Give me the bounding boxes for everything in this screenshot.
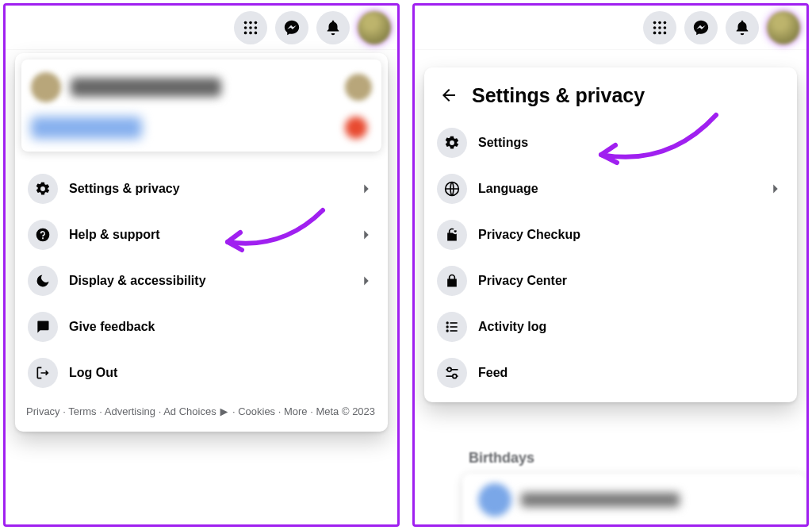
avatar-icon[interactable] [358,11,391,44]
svg-point-14 [658,26,661,29]
gear-icon [437,128,467,158]
menu-label: Privacy Center [478,274,784,288]
menu-label: Give feedback [69,320,375,334]
chevron-right-icon [358,180,375,198]
apps-icon[interactable] [643,11,676,44]
svg-point-13 [653,26,657,29]
footer-link[interactable]: More [284,405,308,417]
back-arrow-icon[interactable] [437,83,461,107]
svg-point-8 [255,31,258,34]
menu-label: Log Out [69,366,375,380]
question-icon [28,220,58,250]
menu-item-display[interactable]: Display & accessibility [21,258,381,304]
svg-point-6 [244,31,247,34]
menu-label: Activity log [478,320,784,334]
feedback-icon [28,312,58,342]
footer-link[interactable]: Advertising [105,405,155,417]
menu-item-logout[interactable]: Log Out [21,350,381,396]
account-menu-panel: Settings & privacy Help & support Displa… [3,3,400,527]
svg-point-4 [249,26,252,29]
svg-rect-26 [450,330,458,332]
svg-point-9 [36,229,50,242]
svg-point-16 [653,31,657,34]
svg-point-30 [453,374,457,378]
menu-label: Help & support [69,228,347,242]
lock-heart-icon [437,220,467,250]
submenu-header: Settings & privacy [431,74,791,120]
menu-item-feedback[interactable]: Give feedback [21,304,381,350]
svg-point-17 [658,31,661,34]
topbar [415,6,806,50]
apps-icon[interactable] [234,11,267,44]
svg-point-7 [249,31,252,34]
svg-point-18 [664,31,667,34]
menu-item-privacy-checkup[interactable]: Privacy Checkup [431,212,791,258]
footer-link[interactable]: Ad Choices [163,405,216,417]
menu-item-language[interactable]: Language [431,166,791,212]
menu-item-settings-privacy[interactable]: Settings & privacy [21,166,381,212]
topbar [6,6,397,50]
svg-point-5 [255,26,258,29]
svg-rect-24 [450,326,458,328]
avatar-icon[interactable] [767,11,800,44]
messenger-icon[interactable] [684,11,718,44]
menu-item-feed[interactable]: Feed [431,350,791,396]
svg-point-10 [653,21,657,24]
menu-item-privacy-center[interactable]: Privacy Center [431,258,791,304]
chevron-right-icon [358,226,375,244]
adchoices-icon [219,404,229,421]
menu-item-settings[interactable]: Settings [431,120,791,166]
moon-icon [28,266,58,296]
submenu-title: Settings & privacy [472,84,645,107]
background-label: Birthdays [469,450,534,467]
footer-link[interactable]: Cookies [238,405,275,417]
messenger-icon[interactable] [275,11,308,44]
svg-point-25 [446,329,449,332]
svg-point-28 [447,367,451,371]
menu-item-activity-log[interactable]: Activity log [431,304,791,350]
globe-icon [437,174,467,204]
svg-point-1 [249,21,252,24]
footer-link[interactable]: Terms [68,405,96,417]
notification-dot [345,117,367,139]
svg-point-0 [244,21,247,24]
chevron-right-icon [358,272,375,290]
menu-label: Settings & privacy [69,182,347,196]
svg-point-15 [664,26,667,29]
chevron-right-icon [767,180,784,198]
profile-name-blurred [71,78,221,97]
bell-icon[interactable] [316,11,350,44]
profile-card[interactable] [21,60,381,152]
account-dropdown: Settings & privacy Help & support Displa… [15,53,388,432]
svg-rect-22 [450,322,458,324]
svg-point-2 [255,21,258,24]
svg-point-23 [446,325,449,328]
background-text [521,493,680,507]
menu-item-help[interactable]: Help & support [21,212,381,258]
bell-icon[interactable] [726,11,759,44]
svg-point-12 [664,21,667,24]
menu-label: Language [478,182,756,196]
settings-privacy-panel: Birthdays Settings & privacy Settings La… [412,3,809,527]
list-icon [437,312,467,342]
settings-dropdown: Settings & privacy Settings Language Pri… [424,67,797,402]
avatar-icon [345,74,372,101]
logout-icon [28,358,58,388]
lock-icon [437,266,467,296]
menu-label: Privacy Checkup [478,228,784,242]
footer-link[interactable]: Privacy [26,405,60,417]
background-avatar [478,483,511,517]
footer-copyright: Meta © 2023 [316,405,375,417]
avatar-icon [31,72,61,102]
menu-label: Settings [478,136,784,150]
secondary-action-blurred[interactable] [31,117,142,139]
gear-icon [28,174,58,204]
footer-links: Privacy · Terms · Advertising · Ad Choic… [21,396,381,425]
menu-label: Feed [478,366,784,380]
svg-point-3 [244,26,247,29]
svg-point-11 [658,21,661,24]
svg-point-21 [446,321,449,324]
menu-label: Display & accessibility [69,274,347,288]
sliders-icon [437,358,467,388]
